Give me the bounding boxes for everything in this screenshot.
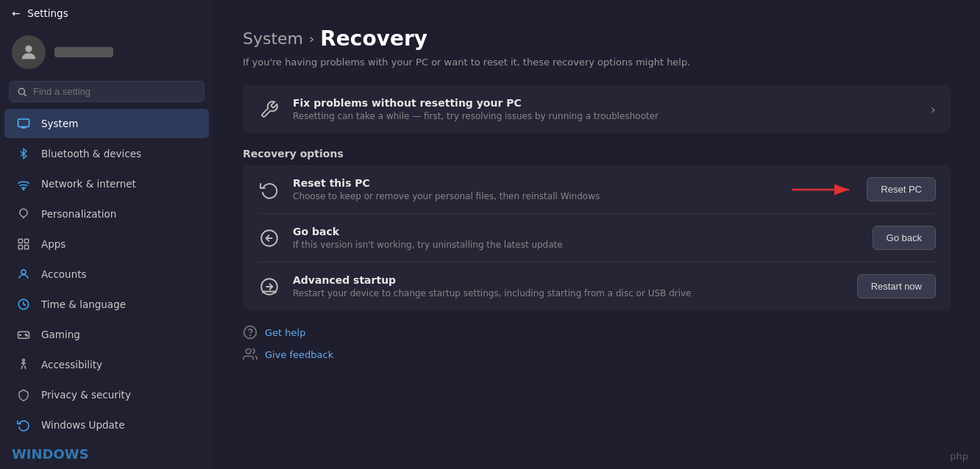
reset-pc-button[interactable]: Reset PC	[867, 177, 936, 201]
advanced-startup-text: Advanced startup Restart your device to …	[293, 274, 845, 298]
sidebar-item-accounts[interactable]: Accounts	[4, 259, 209, 289]
bluetooth-icon	[16, 146, 31, 161]
sidebar-item-time[interactable]: Time & language	[4, 290, 209, 319]
sidebar-item-personalization-label: Personalization	[41, 208, 116, 220]
sidebar-item-bluetooth[interactable]: Bluetooth & devices	[4, 139, 209, 168]
network-icon	[16, 176, 31, 191]
give-feedback-icon	[243, 347, 258, 362]
user-profile	[0, 22, 213, 78]
user-icon	[18, 42, 39, 62]
avatar	[12, 35, 46, 69]
fix-problems-card[interactable]: Fix problems without resetting your PC R…	[243, 85, 951, 133]
svg-point-18	[26, 335, 28, 337]
sidebar-item-system-label: System	[41, 118, 78, 129]
search-icon	[17, 87, 27, 97]
settings-title: Settings	[27, 7, 68, 19]
search-input[interactable]	[33, 86, 196, 97]
reset-pc-title: Reset this PC	[293, 177, 780, 189]
sidebar-item-windows-update[interactable]: Windows Update	[4, 410, 209, 440]
go-back-title: Go back	[293, 226, 861, 237]
svg-point-0	[25, 46, 32, 52]
reset-pc-icon	[258, 178, 281, 201]
page-subtitle: If you're having problems with your PC o…	[243, 57, 951, 68]
gaming-icon	[16, 327, 31, 342]
reset-pc-action: Reset PC	[792, 177, 936, 201]
username-placeholder	[54, 47, 113, 57]
get-help-link[interactable]: Get help	[243, 325, 951, 340]
give-feedback-link[interactable]: Give feedback	[243, 347, 951, 362]
svg-point-19	[23, 359, 25, 362]
sidebar-item-privacy-label: Privacy & security	[41, 389, 131, 401]
fix-problems-text: Fix problems without resetting your PC R…	[293, 97, 919, 121]
accessibility-icon	[16, 357, 31, 372]
go-back-button[interactable]: Go back	[873, 226, 936, 250]
recovery-options-title: Recovery options	[243, 148, 951, 160]
go-back-icon	[258, 226, 281, 250]
fix-problems-desc: Resetting can take a while — first, try …	[293, 111, 919, 121]
sidebar-item-gaming-label: Gaming	[41, 329, 80, 340]
fix-problems-chevron: ›	[931, 101, 936, 117]
sidebar-item-network[interactable]: Network & internet	[4, 169, 209, 198]
breadcrumb-separator: ›	[309, 31, 314, 46]
get-help-label: Get help	[265, 327, 305, 338]
advanced-startup-title: Advanced startup	[293, 274, 845, 286]
give-feedback-label: Give feedback	[265, 349, 333, 360]
svg-point-11	[21, 270, 26, 274]
sidebar-item-apps[interactable]: Apps	[4, 229, 209, 259]
sidebar-item-accessibility-label: Accessibility	[41, 359, 102, 370]
main-content: System › Recovery If you're having probl…	[213, 0, 980, 469]
sidebar-item-system[interactable]: System	[4, 109, 209, 138]
svg-point-1	[18, 88, 24, 94]
system-icon	[16, 116, 31, 131]
php-watermark: php	[950, 451, 968, 462]
advanced-startup-desc: Restart your device to change startup se…	[293, 288, 845, 298]
accounts-icon	[16, 267, 31, 282]
sidebar-item-time-label: Time & language	[41, 298, 126, 310]
svg-rect-3	[18, 119, 29, 127]
privacy-icon	[16, 387, 31, 402]
windows-watermark: WINDOWS	[0, 440, 213, 469]
svg-rect-10	[25, 246, 29, 249]
apps-icon	[16, 237, 31, 251]
breadcrumb: System › Recovery	[243, 26, 951, 51]
back-arrow-icon: ←	[12, 7, 20, 19]
svg-rect-8	[25, 239, 29, 243]
sidebar-item-accounts-label: Accounts	[41, 268, 87, 280]
sidebar-item-personalization[interactable]: Personalization	[4, 199, 209, 229]
red-arrow-annotation	[792, 181, 858, 198]
reset-pc-desc: Choose to keep or remove your personal f…	[293, 191, 780, 201]
sidebar-item-network-label: Network & internet	[41, 178, 136, 190]
fix-problems-icon	[258, 98, 281, 121]
get-help-icon	[243, 325, 258, 340]
back-button[interactable]: ← Settings	[0, 0, 213, 22]
breadcrumb-parent: System	[243, 29, 303, 48]
reset-pc-row: Reset this PC Choose to keep or remove y…	[243, 165, 951, 213]
go-back-row: Go back If this version isn't working, t…	[243, 214, 951, 262]
footer-links: Get help Give feedback	[243, 325, 951, 362]
sidebar-item-privacy[interactable]: Privacy & security	[4, 380, 209, 409]
sidebar-item-bluetooth-label: Bluetooth & devices	[41, 148, 141, 160]
recovery-options-card: Reset this PC Choose to keep or remove y…	[243, 165, 951, 310]
personalization-icon	[16, 207, 31, 221]
breadcrumb-current: Recovery	[320, 26, 427, 51]
advanced-startup-icon	[258, 275, 281, 298]
time-icon	[16, 297, 31, 312]
go-back-text: Go back If this version isn't working, t…	[293, 226, 861, 250]
sidebar-item-apps-label: Apps	[41, 238, 65, 250]
svg-rect-9	[18, 246, 22, 249]
advanced-startup-row: Advanced startup Restart your device to …	[243, 262, 951, 310]
update-icon	[16, 418, 31, 432]
restart-now-button[interactable]: Restart now	[857, 274, 936, 298]
svg-line-2	[24, 93, 26, 96]
svg-point-27	[250, 335, 251, 336]
search-bar[interactable]	[9, 81, 205, 102]
nav-list: System Bluetooth & devices Network &	[0, 108, 213, 440]
sidebar-item-gaming[interactable]: Gaming	[4, 320, 209, 349]
sidebar: ← Settings	[0, 0, 213, 469]
svg-point-28	[246, 349, 251, 354]
sidebar-item-windows-update-label: Windows Update	[41, 419, 124, 431]
sidebar-item-accessibility[interactable]: Accessibility	[4, 350, 209, 379]
go-back-desc: If this version isn't working, try unins…	[293, 240, 861, 250]
reset-pc-text: Reset this PC Choose to keep or remove y…	[293, 177, 780, 201]
svg-rect-7	[18, 239, 22, 243]
